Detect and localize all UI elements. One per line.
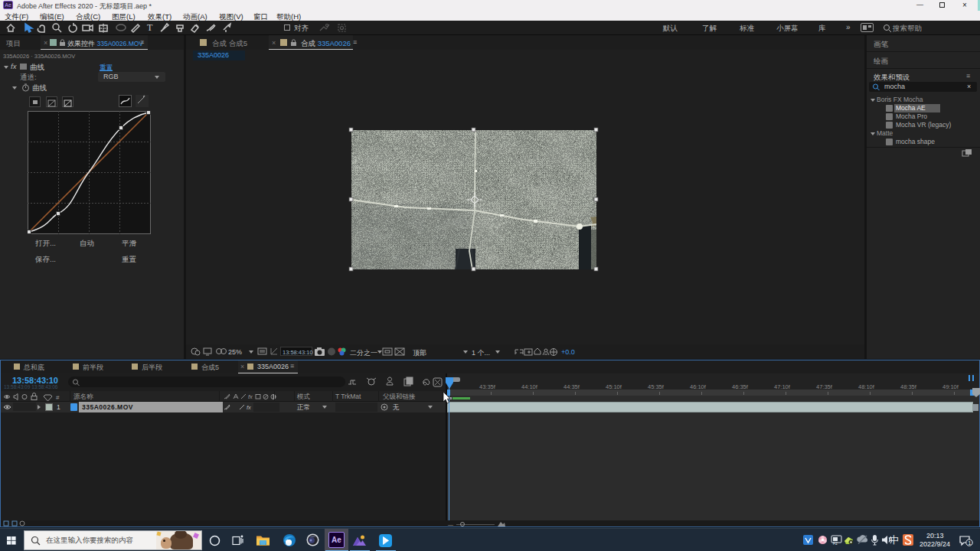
svg-text:fx: fx <box>248 393 253 400</box>
svg-text:#: # <box>56 394 60 401</box>
svg-text:fx: fx <box>247 404 251 411</box>
svg-text:1: 1 <box>968 540 971 546</box>
svg-text:T: T <box>147 22 153 33</box>
svg-text:F2: F2 <box>833 541 838 545</box>
